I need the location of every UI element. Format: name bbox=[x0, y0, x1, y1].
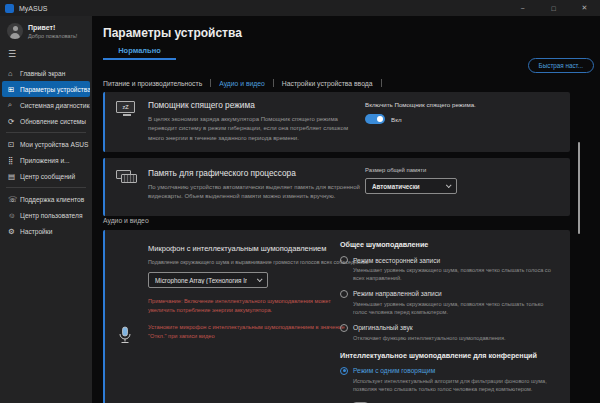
window-controls: − □ ✕ bbox=[507, 0, 600, 16]
gear-icon: ⚙ bbox=[8, 227, 20, 236]
sidebar-item-message-center[interactable]: ▤ Центр сообщений bbox=[2, 168, 90, 184]
user-icon: ☺ bbox=[8, 211, 20, 220]
mic-card-subtitle: Подавление окружающего шума и выравниван… bbox=[148, 259, 344, 265]
avatar bbox=[7, 23, 23, 39]
user-profile[interactable]: Привет! Добро пожаловать! bbox=[0, 16, 92, 44]
radio-original-description: Отключает функцию интеллектуального шумо… bbox=[353, 334, 559, 342]
card-accent-bar bbox=[103, 158, 105, 216]
chevron-down-icon bbox=[257, 276, 263, 282]
sleep-assistant-toggle[interactable] bbox=[365, 114, 385, 124]
page-title: Параметры устройства bbox=[103, 26, 242, 40]
sidebar-item-settings[interactable]: ⚙ Настройки bbox=[2, 223, 90, 239]
radio-single-presenter-description: Использует интеллектуальный алгоритм для… bbox=[353, 377, 559, 394]
radio-omni-description: Уменьшает уровень окружающего шума, позв… bbox=[353, 266, 559, 283]
radio-directional-recording[interactable]: Режим направленной записи bbox=[340, 290, 565, 298]
myasus-window: MyASUS − □ ✕ Привет! Добро пожаловать! ☰… bbox=[0, 0, 600, 403]
maximize-button[interactable]: □ bbox=[538, 0, 569, 16]
close-button[interactable]: ✕ bbox=[569, 0, 600, 16]
radio-icon bbox=[340, 256, 348, 264]
card-accent-bar bbox=[103, 230, 105, 403]
card-accent-bar bbox=[103, 92, 105, 152]
apps-icon: ⣿ bbox=[8, 156, 20, 165]
sidebar-item-diagnostics[interactable]: ⌕ Системная диагностика bbox=[2, 97, 90, 113]
sidebar-item-customer-support[interactable]: ☏ Поддержка клиентов bbox=[2, 191, 90, 207]
sidebar-nav: ⌂ Главный экран ⊞ Параметры устройства ⌕… bbox=[0, 65, 92, 239]
support-icon: ☏ bbox=[8, 195, 20, 204]
settings-subtabs: Питание и производительность Аудио и вид… bbox=[103, 79, 382, 87]
titlebar: MyASUS − □ ✕ bbox=[0, 0, 600, 16]
shared-memory-dropdown[interactable]: Автоматически bbox=[365, 178, 457, 194]
gpu-card-title: Память для графического процессора bbox=[148, 168, 368, 178]
devices-icon: ⊡ bbox=[8, 140, 20, 149]
mic-warning-note-1: Примечание: Включение интеллектуального … bbox=[148, 297, 353, 314]
radio-omni-recording[interactable]: Режим всесторонней записи bbox=[340, 256, 565, 264]
gpu-memory-card: Память для графического процессора По ум… bbox=[103, 158, 570, 216]
sidebar-item-user-center[interactable]: ☺ Центр пользователя bbox=[2, 207, 90, 223]
sleep-card-title: Помощник спящего режима bbox=[148, 100, 364, 110]
mic-warning-note-2: Установите микрофон с интеллектуальным ш… bbox=[148, 323, 353, 340]
chevron-down-icon bbox=[446, 182, 452, 188]
radio-icon bbox=[340, 290, 348, 298]
radio-directional-description: Уменьшает уровень окружающего шума, позв… bbox=[353, 300, 559, 317]
welcome-text: Добро пожаловать! bbox=[28, 33, 77, 39]
tab-audio-video[interactable]: Аудио и видео bbox=[219, 80, 265, 87]
audio-video-section-label: Аудио и видео bbox=[103, 217, 149, 224]
greeting-text: Привет! bbox=[28, 24, 77, 31]
quick-settings-button[interactable]: Быстрая наст... bbox=[528, 58, 594, 73]
sidebar-item-my-devices[interactable]: ⊡ Мои устройства ASUS bbox=[2, 136, 90, 152]
tab-separator bbox=[210, 79, 211, 87]
sidebar-item-system-update[interactable]: ⟳ Обновление системы bbox=[2, 113, 90, 129]
vertical-scrollbar[interactable] bbox=[578, 142, 580, 234]
sleep-assistant-card: zZ Помощник спящего режима В целях эконо… bbox=[103, 92, 570, 152]
tab-power-performance[interactable]: Питание и производительность bbox=[103, 80, 202, 87]
sleep-card-description: В целях экономии заряда аккумулятора Пом… bbox=[148, 115, 364, 143]
message-icon: ▤ bbox=[8, 172, 20, 181]
gpu-card-description: По умолчанию устройство автоматически вы… bbox=[148, 183, 368, 202]
nav-divider bbox=[6, 132, 86, 133]
radio-original-sound[interactable]: Оригинальный звук bbox=[340, 324, 565, 332]
tab-separator bbox=[273, 79, 274, 87]
nav-divider bbox=[6, 187, 86, 188]
hamburger-menu-icon[interactable]: ☰ bbox=[0, 44, 92, 63]
gpu-memory-icon bbox=[116, 170, 138, 184]
mic-card-title: Микрофон с интеллектуальным шумоподавлен… bbox=[148, 244, 344, 253]
microphone-dropdown[interactable]: Microphone Array (Технология Ir bbox=[148, 272, 268, 288]
general-noise-header: Общее шумоподавление bbox=[340, 240, 565, 249]
app-title: MyASUS bbox=[19, 5, 47, 12]
minimize-button[interactable]: − bbox=[507, 0, 538, 16]
diagnostics-icon: ⌕ bbox=[8, 100, 20, 110]
main-content: Параметры устройства Нормально Быстрая н… bbox=[92, 16, 600, 403]
sidebar: Привет! Добро пожаловать! ☰ ⌂ Главный эк… bbox=[0, 16, 92, 403]
radio-icon bbox=[340, 324, 348, 332]
home-icon: ⌂ bbox=[8, 69, 20, 78]
tab-normal-mode[interactable]: Нормально bbox=[103, 46, 176, 60]
sleep-toggle-label: Включить Помощник спящего режима. bbox=[365, 101, 560, 108]
device-settings-icon: ⊞ bbox=[8, 85, 20, 94]
sidebar-item-home[interactable]: ⌂ Главный экран bbox=[2, 65, 90, 81]
conference-noise-header: Интеллектуальное шумоподавление для конф… bbox=[340, 351, 565, 360]
sidebar-item-apps[interactable]: ⣿ Приложения и... bbox=[2, 152, 90, 168]
radio-single-presenter[interactable]: Режим с одним говорящим bbox=[340, 367, 565, 375]
sleep-monitor-icon: zZ bbox=[116, 101, 138, 116]
update-icon: ⟳ bbox=[8, 117, 20, 126]
microphone-icon bbox=[118, 326, 132, 348]
sidebar-item-device-settings[interactable]: ⊞ Параметры устройства bbox=[2, 81, 90, 97]
tab-separator bbox=[381, 79, 382, 87]
asus-logo-icon bbox=[5, 4, 14, 13]
microphone-card: Микрофон с интеллектуальным шумоподавлен… bbox=[103, 230, 570, 403]
sleep-toggle-state: Вкл bbox=[391, 116, 402, 123]
tab-input-devices[interactable]: Настройки устройства ввода bbox=[282, 80, 373, 87]
radio-selected-icon bbox=[340, 367, 348, 375]
shared-memory-label: Размер общей памяти bbox=[365, 167, 560, 173]
